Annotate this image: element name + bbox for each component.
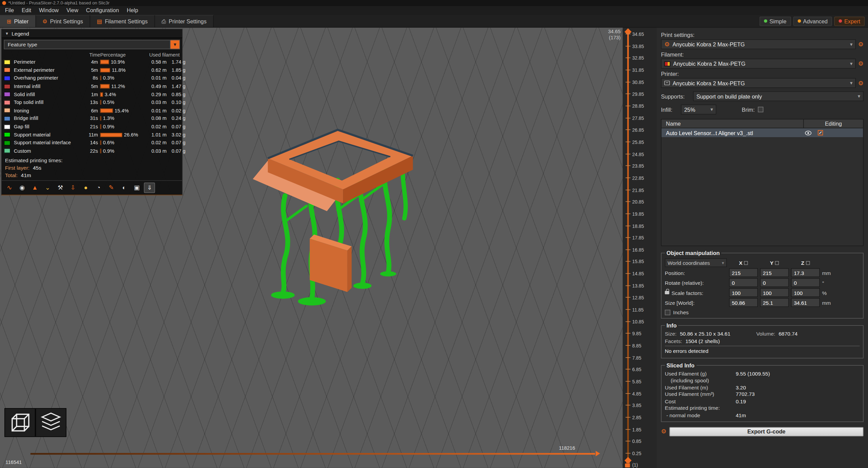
tool-changes-icon[interactable]: ⇩ [67, 183, 79, 193]
tab-print-settings[interactable]: ⚙Print Settings [36, 15, 90, 27]
legend-toolbar: ∿◉▲⌄⚒⇩●◔✎◐▣⇓ [2, 180, 182, 195]
filament-edit-gear-icon[interactable]: ⚙ [858, 61, 864, 67]
feature-time: 5m [80, 84, 100, 89]
legend-column-headers: Time Percentage Used filament [2, 51, 182, 58]
inches-checkbox[interactable] [665, 310, 670, 315]
menu-file[interactable]: File [1, 6, 18, 15]
legend-row: Internal infill5m11.2%0.49 m1.47 g [2, 82, 182, 90]
menu-window[interactable]: Window [35, 6, 62, 15]
pause-prints-icon[interactable]: ◔ [93, 183, 104, 193]
object-row[interactable]: Auto Level Sensor...t Aligner v3_.stl [662, 128, 863, 137]
sliced-label: Used Filament (mm³) [665, 391, 736, 397]
tick-mark [626, 201, 631, 202]
sliced-model-preview[interactable] [246, 127, 429, 324]
position-x-field[interactable]: 215 [729, 268, 758, 277]
feature-label: Gap fill [14, 124, 80, 129]
editor-view-button[interactable] [4, 408, 35, 437]
tab-plater[interactable]: ⊞Plater [0, 15, 36, 27]
tab-filament-settings[interactable]: ▤Filament Settings [90, 15, 155, 27]
tick-mark [626, 226, 631, 226]
inches-label: Inches [673, 309, 689, 315]
slider-lock-icon[interactable] [625, 464, 630, 467]
deretractions-icon[interactable]: ⌄ [42, 183, 53, 193]
move-slider-handle[interactable] [596, 451, 600, 456]
print-settings-edit-gear-icon[interactable]: ⚙ [858, 41, 864, 47]
printer-edit-gear-icon[interactable]: ⚙ [858, 80, 864, 86]
axis-y-copy-icon[interactable] [775, 261, 779, 264]
gcode-move-slider[interactable]: 118216 [31, 453, 595, 455]
menu-edit[interactable]: Edit [18, 6, 35, 15]
rotate-z-field[interactable]: 0 [791, 278, 820, 287]
legend-header[interactable]: ▼ Legend [2, 29, 182, 38]
size-y-field[interactable]: 25.1 [760, 298, 789, 307]
position-z-field[interactable]: 17.3 [791, 268, 820, 277]
tick-mark [626, 273, 631, 274]
preview-view-button[interactable] [36, 408, 66, 437]
axis-z-copy-icon[interactable] [806, 261, 810, 264]
seams-icon[interactable]: ⚒ [55, 183, 66, 193]
brim-checkbox[interactable] [758, 107, 764, 112]
view-type-select[interactable]: Feature type [4, 40, 170, 49]
rotate-label: Rotate (relative): [665, 280, 727, 286]
axis-x-copy-icon[interactable] [744, 261, 748, 264]
scale-lock-icon[interactable] [665, 291, 669, 294]
export-gcode-button[interactable]: Export G-code [669, 427, 863, 437]
wipe-icon[interactable]: ◉ [17, 183, 28, 193]
tab-label: Plater [14, 18, 28, 24]
infill-combo[interactable]: 25% ▾ [681, 105, 716, 114]
scale-z-field[interactable]: 100 [791, 288, 820, 297]
tab-printer-settings[interactable]: ⎙Printer Settings [155, 15, 214, 27]
view-type-dropdown-icon[interactable]: ▼ [170, 40, 180, 49]
sliced-row: Used Filament (g)9.55 (1009.55) [665, 370, 860, 376]
size-x-field[interactable]: 50.86 [729, 298, 758, 307]
tick-mark [626, 237, 631, 238]
mode-dot-icon [839, 19, 842, 23]
collapse-pin-icon[interactable]: ⇓ [144, 183, 155, 193]
legend-cube-icon[interactable]: ▣ [131, 183, 142, 193]
scale-y-field[interactable]: 100 [760, 288, 789, 297]
tick-label: 17.85 [632, 235, 644, 240]
menu-configuration[interactable]: Configuration [82, 6, 123, 15]
filament-label: Filament: [661, 51, 864, 58]
shells-icon[interactable]: ◐ [119, 183, 130, 193]
travels-icon[interactable]: ∿ [4, 183, 15, 193]
retractions-icon[interactable]: ▲ [29, 183, 41, 193]
edit-object-icon[interactable] [813, 130, 863, 135]
tick-mark [626, 129, 631, 130]
menu-help[interactable]: Help [123, 6, 142, 15]
filament-combo[interactable]: Anycubic Kobra 2 Max-PETG▾ [661, 59, 856, 68]
tick-mark [626, 142, 631, 142]
slicer-settings-gear-icon[interactable]: ⚙ [661, 429, 666, 435]
collapse-arrow-icon[interactable]: ▼ [5, 31, 9, 35]
object-list-empty-area[interactable] [662, 137, 863, 246]
3d-viewport[interactable]: ▼ Legend Feature type ▼ Time Percentage … [0, 28, 623, 468]
print-settings-combo[interactable]: ⚙Anycubic Kobra 2 Max-PETG▾ [661, 39, 856, 49]
tick-mark [626, 405, 631, 406]
percentage-text: 11.8% [112, 67, 126, 73]
sliced-row: Cost0.19 [665, 398, 860, 404]
custom-gcodes-icon[interactable]: ✎ [106, 183, 117, 193]
coordinates-select[interactable]: World coordinates ▾ [665, 258, 727, 267]
column-time: Time [81, 52, 100, 57]
feature-time: 31s [80, 116, 100, 121]
mode-simple[interactable]: Simple [760, 16, 791, 26]
mode-expert[interactable]: Expert [834, 16, 865, 26]
rotate-x-field[interactable]: 0 [729, 278, 758, 287]
sliced-value: 7702.73 [736, 391, 860, 397]
mode-advanced[interactable]: Advanced [793, 16, 832, 26]
filament-dropdown-icon: ▾ [850, 61, 852, 66]
printer-combo[interactable]: Anycubic Kobra 2 Max-PETG▾ [661, 78, 856, 88]
menu-view[interactable]: View [62, 6, 82, 15]
position-y-field[interactable]: 215 [760, 268, 789, 277]
supports-combo[interactable]: Support on build plate only ▾ [693, 91, 864, 101]
legend-panel: ▼ Legend Feature type ▼ Time Percentage … [1, 29, 183, 195]
percentage-bar [100, 149, 101, 153]
color-changes-icon[interactable]: ● [80, 183, 92, 193]
eye-icon[interactable] [803, 130, 813, 135]
scale-x-field[interactable]: 100 [729, 288, 758, 297]
size-value: 50.86 x 25.10 x 34.61 [680, 331, 753, 337]
feature-percentage: 10.9% [100, 59, 148, 65]
size-z-field[interactable]: 34.61 [791, 298, 820, 307]
rotate-y-field[interactable]: 0 [760, 278, 789, 287]
percentage-bar [100, 108, 113, 113]
